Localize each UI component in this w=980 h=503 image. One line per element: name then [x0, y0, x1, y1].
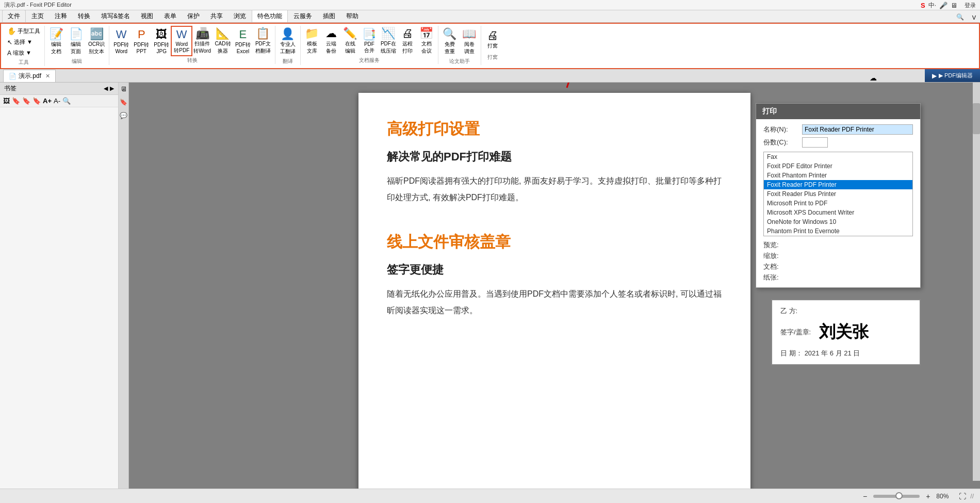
- sidebar-font-up[interactable]: A+: [43, 97, 52, 105]
- screen-icon[interactable]: 🖥: [951, 2, 957, 9]
- ribbon-group-translate: 👤 专业人工翻译 翻译: [275, 26, 301, 65]
- bottom-bar: − + 80% ⛶ //: [0, 489, 980, 503]
- sidebar-bookmark-btn1[interactable]: 🔖: [12, 97, 20, 105]
- sidebar-search-btn[interactable]: 🔍: [62, 97, 71, 105]
- remote-print-icon: 🖨: [402, 27, 413, 40]
- login-btn[interactable]: 登录: [965, 2, 976, 9]
- remote-print-btn[interactable]: 🖨 远程打印: [398, 26, 417, 56]
- hand-tool-btn[interactable]: ✋ 手型工具: [5, 26, 42, 36]
- cloud-sync-icon[interactable]: ☁: [870, 74, 877, 82]
- printer-item[interactable]: Foxit Reader Plus Printer: [764, 189, 912, 199]
- cad-converter-btn[interactable]: 📐 CAD转换器: [213, 26, 233, 56]
- vertical-scrollbar[interactable]: [973, 83, 980, 481]
- sig-label: 签字/盖章:: [780, 328, 819, 337]
- tab-home[interactable]: 主页: [26, 10, 49, 22]
- tab-plugins[interactable]: 插图: [318, 10, 340, 22]
- tab-view[interactable]: 视图: [136, 10, 158, 22]
- tab-convert[interactable]: 转换: [73, 10, 95, 22]
- ocr-btn[interactable]: 🔤 OCR识别文本: [86, 26, 107, 57]
- sidebar-font-down[interactable]: A-: [54, 97, 60, 105]
- signature-box: 乙 方: 签字/盖章: 刘关张 日 期： 2021 年 6 月 21 日: [771, 299, 921, 365]
- edit-doc-btn[interactable]: 📝 编辑文档: [47, 26, 66, 57]
- doc-meeting-btn[interactable]: 📅 文档会议: [417, 26, 436, 56]
- zoom-slider-thumb[interactable]: [895, 492, 903, 499]
- pdf-doc-translate-btn[interactable]: 📋 PDF文档翻译: [253, 26, 273, 56]
- print-window-btn[interactable]: 🖨 打窝: [483, 27, 502, 51]
- doc-tab-close[interactable]: ✕: [45, 73, 50, 79]
- zoom-value: 80%: [936, 493, 955, 500]
- mic-icon[interactable]: 🎤: [939, 2, 948, 9]
- tab-cloud[interactable]: 云服务: [288, 10, 317, 22]
- tab-help[interactable]: 帮助: [341, 10, 364, 22]
- tab-browse[interactable]: 浏览: [228, 10, 251, 22]
- printer-item[interactable]: Phantom Print to Evernote: [764, 226, 912, 236]
- ribbon-group-doc-service: 📁 模板文库 ☁ 云端备份 ✏️ 在线编辑 📑 PDF合并 📉 PDF: [301, 26, 438, 64]
- pdf-compress-btn[interactable]: 📉 PDF在线压缩: [379, 26, 398, 56]
- tab-sign[interactable]: 填写&签名: [96, 10, 135, 22]
- print-row-preview: 预览:: [763, 240, 913, 250]
- online-edit-btn[interactable]: ✏️ 在线编辑: [341, 26, 360, 56]
- pdf-editor-label: ▶ PDF编辑器: [939, 72, 973, 79]
- printer-item[interactable]: Microsoft XPS Document Writer: [764, 208, 912, 217]
- sidebar-nav-next[interactable]: ▶: [110, 85, 114, 92]
- check-icon: 🔍: [443, 27, 456, 41]
- printer-item[interactable]: Foxit Phantom Printer: [764, 171, 912, 180]
- pdf-merge-btn[interactable]: 📑 PDF合并: [360, 27, 379, 55]
- pdf-to-ppt-btn[interactable]: P PDF转PPT: [132, 27, 151, 55]
- edit-page-btn[interactable]: 📄 编辑页面: [67, 26, 85, 57]
- tab-protect[interactable]: 保护: [182, 10, 205, 22]
- cloud-backup-btn[interactable]: ☁ 云端备份: [322, 26, 340, 56]
- sidebar-toolbar: 🖼 🔖 🔖 🔖 A+ A- 🔍: [0, 95, 118, 107]
- pdf-page: 高级打印设置 解决常见的PDF打印难题 福昕PDF阅读器拥有强大的打印功能, 界…: [358, 93, 750, 495]
- tab-form[interactable]: 表单: [159, 10, 182, 22]
- scan-to-word-btn[interactable]: 📠 扫描件转Word: [192, 26, 213, 56]
- print-label-doc: 文档:: [763, 262, 802, 271]
- zoom-out-btn[interactable]: −: [861, 492, 869, 500]
- tab-file[interactable]: 文件: [2, 10, 26, 22]
- printer-item-selected[interactable]: Foxit Reader PDF Printer: [764, 180, 912, 189]
- scan-icon: 📠: [195, 27, 209, 40]
- scrollbar-thumb[interactable]: [973, 103, 980, 134]
- print-input-name[interactable]: [802, 124, 913, 135]
- sidebar-nav-prev[interactable]: ◀: [104, 85, 108, 92]
- left-panel-comment-icon[interactable]: 💬: [120, 112, 127, 119]
- pro-translate-btn[interactable]: 👤 专业人工翻译: [277, 26, 298, 57]
- word-to-pdf-btn[interactable]: W Word转PDF: [172, 27, 191, 55]
- tab-special[interactable]: 特色功能: [252, 10, 288, 22]
- print-input-copies[interactable]: [802, 137, 828, 148]
- search-icon[interactable]: 🔍: [952, 12, 968, 22]
- pdf-to-excel-btn[interactable]: E PDF转Excel: [233, 27, 253, 55]
- sidebar-image-btn[interactable]: 🖼: [3, 97, 10, 105]
- tab-annotate[interactable]: 注释: [50, 10, 72, 22]
- sidebar-bookmark-btn3[interactable]: 🔖: [32, 97, 41, 105]
- survey-btn[interactable]: 📖 阅卷调查: [460, 26, 479, 57]
- tab-share[interactable]: 共享: [205, 10, 228, 22]
- pdf-editor-toggle[interactable]: ▶ ▶ PDF编辑器: [925, 69, 980, 82]
- print-dialog-body: 名称(N): 份数(C): Fax Foxit PDF Editor Print…: [756, 119, 920, 287]
- section2-subtitle: 签字更便捷: [387, 262, 722, 278]
- printer-item[interactable]: OneNote for Windows 10: [764, 217, 912, 226]
- select-tool-btn[interactable]: ↖ 选择 ▼: [5, 37, 42, 47]
- content-area: 高级打印设置 解决常见的PDF打印难题 福昕PDF阅读器拥有强大的打印功能, 界…: [129, 83, 980, 495]
- sogou-logo: S: [921, 2, 925, 9]
- left-panel-doc-icon[interactable]: 🖹: [120, 86, 127, 92]
- pdf-to-word-btn[interactable]: W PDF转Word: [111, 27, 131, 55]
- doc-tab[interactable]: 📄 演示.pdf ✕: [3, 70, 56, 82]
- free-check-btn[interactable]: 🔍 免费查重: [440, 26, 459, 57]
- left-panel-bookmark-icon[interactable]: 🔖: [120, 99, 127, 106]
- pdf-to-jpg-btn[interactable]: 🖼 PDF转JPG: [152, 27, 171, 55]
- print-label-copies: 份数(C):: [763, 138, 802, 147]
- template-library-btn[interactable]: 📁 模板文库: [303, 26, 321, 56]
- zoom-tool-btn[interactable]: A 缩放 ▼: [5, 48, 42, 58]
- printer-list[interactable]: Fax Foxit PDF Editor Printer Foxit Phant…: [763, 152, 913, 236]
- printer-item[interactable]: Microsoft Print to PDF: [764, 199, 912, 208]
- sidebar-bookmark-btn2[interactable]: 🔖: [22, 97, 30, 105]
- sidebar-header: 书签 ◀ ▶: [0, 83, 118, 95]
- zoom-slider-track[interactable]: [873, 495, 920, 498]
- zoom-in-btn[interactable]: +: [924, 492, 932, 500]
- zoom-icon: A: [7, 50, 11, 57]
- section1-subtitle: 解决常见的PDF打印难题: [387, 149, 722, 165]
- printer-item[interactable]: Foxit PDF Editor Printer: [764, 161, 912, 171]
- expand-btn[interactable]: ⛶: [959, 492, 966, 500]
- printer-item[interactable]: Fax: [764, 152, 912, 161]
